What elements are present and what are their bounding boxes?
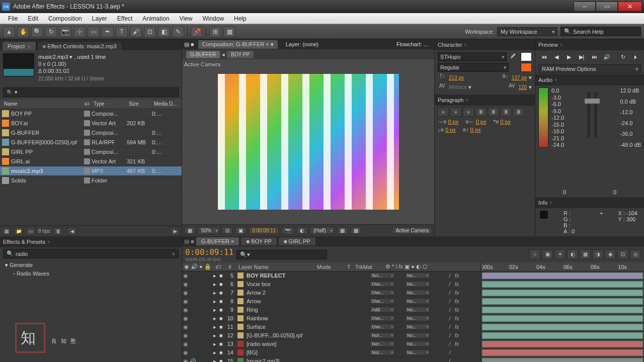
res-icon[interactable]: ⊟ — [222, 227, 233, 234]
ram-btn[interactable]: ⏵ — [630, 52, 641, 61]
justify-c[interactable]: ≣ — [488, 108, 499, 117]
tab-layer[interactable]: Layer: (none) — [282, 40, 323, 48]
stroke-color[interactable] — [521, 63, 532, 72]
camera-tool[interactable]: 📷 — [59, 26, 71, 37]
prev-frame-btn[interactable]: ◀ — [551, 52, 562, 61]
align-center[interactable]: ≡ — [450, 108, 461, 117]
folder-btn[interactable]: 📁 — [14, 227, 23, 235]
menu-window[interactable]: Window — [197, 14, 229, 24]
timeline-layer-row[interactable]: ◉▸■12[G-BUFF...00-0250].rpfNor...No.../f… — [182, 331, 480, 340]
viewer-time[interactable]: 0:00:09:11 — [249, 227, 279, 234]
tl-btn[interactable]: ◐ — [567, 249, 578, 259]
minimize-button[interactable]: ─ — [574, 2, 596, 12]
menu-view[interactable]: View — [175, 14, 198, 24]
justify-l[interactable]: ≣ — [475, 108, 487, 117]
selection-tool[interactable]: ▲ — [3, 26, 15, 37]
composition-viewer[interactable]: Active Camera — [182, 59, 434, 224]
footer-cam[interactable]: Active Camera — [392, 227, 432, 234]
timeline-layer-row[interactable]: ◉▸■6Vocie boxOve...No.../fx — [182, 280, 480, 289]
tl-btn[interactable]: ⊡ — [617, 249, 628, 259]
project-row[interactable]: G-BUFFER[0000-0250].rpfRLA/RPF594 MB0:..… — [0, 138, 182, 147]
timeline-layer-row[interactable]: ◉▸■7Arrow 2Ove...No.../fx — [182, 289, 480, 297]
tl-btn[interactable]: ▦ — [580, 249, 591, 259]
pen-tool[interactable]: ✒ — [102, 26, 114, 37]
roi-icon[interactable]: ▦ — [337, 227, 348, 234]
roto-tool[interactable]: ✎ — [172, 26, 184, 37]
project-row[interactable]: BOY.aiVector Art202 KB — [0, 119, 182, 128]
rotate-tool[interactable]: ↻ — [45, 26, 57, 37]
type-tool[interactable]: T — [116, 26, 128, 37]
zoom-select[interactable]: 50% — [198, 227, 220, 234]
timeline-layer-row[interactable]: ◉🔊▸■15[music2.mp3]/ — [182, 357, 480, 362]
eraser-tool[interactable]: ◧ — [158, 26, 170, 37]
project-row[interactable]: BOY PPComposi...0:... — [0, 109, 182, 119]
level-slider-r[interactable] — [594, 93, 597, 138]
puppet-tool[interactable]: 📌 — [191, 26, 203, 37]
stamp-tool[interactable]: ⊡ — [144, 26, 156, 37]
crumb-0[interactable]: G-BUFFER — [186, 51, 220, 58]
effect-item[interactable]: ▫ Radio Waves — [3, 269, 179, 278]
menu-file[interactable]: File — [3, 14, 23, 24]
close-button[interactable]: ✕ — [618, 2, 642, 12]
crumb-1[interactable]: BOY PP — [227, 51, 254, 58]
tracking[interactable]: 120 — [518, 84, 527, 90]
current-time[interactable]: 0:00:09:11 — [185, 247, 233, 257]
justify-r[interactable]: ≣ — [501, 108, 512, 117]
project-row[interactable]: SolidsFolder — [0, 176, 182, 186]
tl-btn[interactable]: ◑ — [592, 249, 603, 259]
pan-tool[interactable]: ⊹ — [73, 26, 86, 37]
rect-tool[interactable]: ▭ — [88, 26, 100, 37]
timeline-layer-row[interactable]: ◉▸■13[radio wave]Nor...No.../fx — [182, 340, 480, 348]
audio-btn[interactable]: 🔊 — [601, 52, 612, 61]
effects-search[interactable]: 🔍× — [3, 249, 179, 258]
tl-btn[interactable]: ◉ — [605, 249, 616, 259]
menu-animation[interactable]: Animation — [137, 14, 174, 24]
menu-composition[interactable]: Composition — [43, 14, 87, 24]
tab-flowchart[interactable]: Flowchart: ... — [392, 40, 432, 48]
comp-btn[interactable]: ▭ — [26, 227, 35, 235]
kerning[interactable]: Metrics — [449, 84, 466, 90]
next-btn[interactable]: ▶ — [171, 227, 180, 235]
res-select[interactable]: (Half) — [310, 227, 334, 234]
loop-btn[interactable]: ↻ — [617, 52, 628, 61]
safe-icon[interactable]: ▣ — [235, 227, 247, 234]
timeline-layer-row[interactable]: ◉▸■8ArrowOve...No.../fx — [182, 297, 480, 306]
tab-project[interactable]: Project× — [2, 41, 36, 50]
menu-effect[interactable]: Effect — [112, 14, 137, 24]
tl-btn[interactable]: ◎ — [630, 249, 641, 259]
hand-tool[interactable]: ✋ — [17, 26, 29, 37]
timeline-layer-row[interactable]: ◉▸■11SurfaceOve...No.../fx — [182, 323, 480, 331]
channel-icon[interactable]: ◐ — [296, 227, 308, 234]
font-size[interactable]: 213 px — [449, 75, 464, 80]
grid-tool[interactable]: ▦ — [223, 26, 235, 37]
justify-all[interactable]: ≣ — [513, 108, 524, 117]
eyedropper-icon[interactable]: 💉 — [509, 53, 518, 61]
next-frame-btn[interactable]: ▶| — [576, 52, 587, 61]
project-search[interactable]: ▾ — [3, 87, 179, 97]
timeline-layer-row[interactable]: ◉▸■9RingAddNo.../fx — [182, 306, 480, 314]
align-right[interactable]: ≡ — [463, 108, 474, 117]
snap-tool[interactable]: ⊞ — [209, 26, 221, 37]
project-row[interactable]: music2.mp3MP3487 KB0:... — [0, 166, 182, 176]
brush-tool[interactable]: 🖌 — [130, 26, 142, 37]
menu-edit[interactable]: Edit — [23, 14, 43, 24]
first-frame-btn[interactable]: ⏮ — [538, 52, 549, 61]
align-left[interactable]: ≡ — [438, 108, 449, 117]
project-row[interactable]: GIRL.aiVector Art321 KB — [0, 157, 182, 166]
timeline-layer-row[interactable]: ◉▸■5BOY REFLECTScr...No.../fx — [182, 272, 480, 280]
leading[interactable]: 137 px — [512, 75, 527, 80]
level-slider-l[interactable] — [587, 93, 590, 138]
maximize-button[interactable]: ▭ — [596, 2, 618, 12]
timeline-layer-row[interactable]: ◉▸■14[BG]Nor...No.../ — [182, 348, 480, 357]
prev-btn[interactable]: ◀ — [67, 227, 76, 235]
effect-group[interactable]: ▾ Generate — [3, 261, 179, 269]
timeline-layer-row[interactable]: ◉▸■10RainbowOve...No.../fx — [182, 314, 480, 323]
fill-color[interactable] — [521, 52, 532, 61]
project-row[interactable]: G-BUFFERComposi...0:... — [0, 128, 182, 138]
font-style-select[interactable]: Regular — [438, 63, 509, 72]
search-help-input[interactable]: 🔍 Search Help — [560, 27, 641, 36]
font-family-select[interactable]: STHupo — [438, 52, 507, 61]
timeline-search[interactable]: 🔍▾ — [236, 250, 327, 259]
menu-layer[interactable]: Layer — [87, 14, 112, 24]
snapshot-icon[interactable]: 📷 — [281, 227, 294, 234]
